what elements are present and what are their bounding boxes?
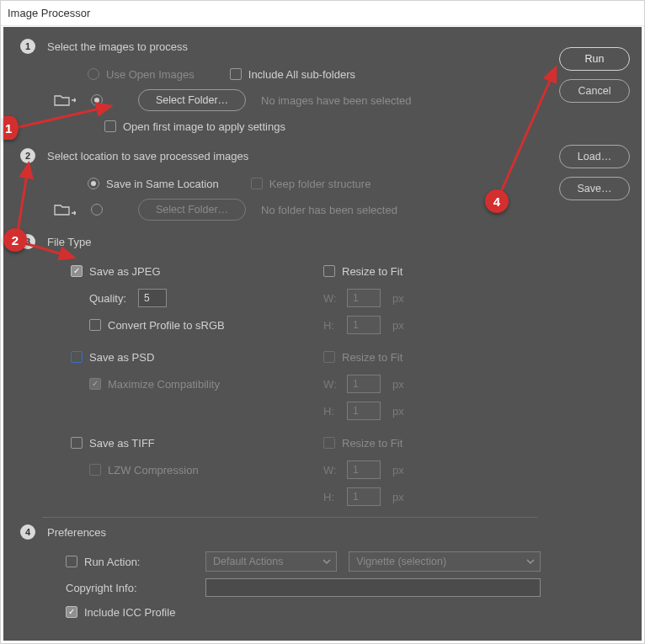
section-title-4: Preferences: [47, 526, 106, 539]
px-unit: px: [392, 405, 404, 418]
image-processor-dialog: Image Processor 1 Select the images to p…: [0, 0, 645, 644]
px-unit: px: [392, 292, 404, 305]
checkbox-icon: [66, 556, 77, 567]
include-icc-label: Include ICC Profile: [84, 606, 175, 619]
keep-folder-structure-checkbox: Keep folder structure: [251, 178, 371, 190]
cancel-button[interactable]: Cancel: [559, 79, 630, 103]
run-action-checkbox[interactable]: Run Action:: [66, 556, 194, 568]
use-open-images-radio: Use Open Images: [88, 68, 195, 81]
section-file-type: 3 File Type Save as JPEG Quality:: [3, 231, 549, 517]
convert-srgb-checkbox[interactable]: Convert Profile to sRGB: [89, 319, 225, 332]
load-button[interactable]: Load…: [559, 145, 630, 168]
folder-arrow-icon: [54, 93, 76, 108]
lzw-compression-checkbox: LZW Compression: [89, 464, 199, 476]
px-unit: px: [392, 464, 404, 476]
radio-icon: [88, 68, 99, 80]
chevron-down-icon: [526, 558, 535, 565]
checkbox-icon: [71, 351, 83, 363]
checkbox-icon: [230, 68, 242, 80]
jpeg-width-input: [347, 289, 381, 307]
psd-width-input: [347, 375, 381, 393]
select-folder-source-radio[interactable]: [91, 94, 103, 106]
checkbox-icon: [104, 120, 116, 132]
section-save-location: 2 Select location to save processed imag…: [3, 145, 549, 231]
checkbox-icon: [323, 437, 335, 449]
w-label: W:: [323, 464, 340, 476]
section-title-2: Select location to save processed images: [47, 150, 248, 162]
chevron-down-icon: [322, 558, 331, 565]
lzw-compression-label: LZW Compression: [108, 464, 199, 476]
title-bar: Image Processor: [1, 1, 644, 26]
include-icc-checkbox[interactable]: Include ICC Profile: [66, 606, 175, 619]
save-as-jpeg-checkbox[interactable]: Save as JPEG: [71, 265, 161, 278]
copyright-input[interactable]: [205, 578, 541, 597]
action-set-select: Default Actions: [205, 551, 337, 572]
dialog-body: 1 Select the images to process Use Open …: [3, 27, 642, 641]
maximize-compat-checkbox: Maximize Compatibility: [89, 378, 220, 391]
jpeg-resize-label: Resize to Fit: [342, 265, 402, 278]
main-panel: 1 Select the images to process Use Open …: [3, 27, 549, 641]
checkbox-icon: [89, 378, 101, 390]
select-dest-folder-radio[interactable]: [91, 204, 103, 216]
action-select: Vignette (selection): [349, 551, 541, 572]
step-badge-2: 2: [20, 148, 35, 163]
select-source-folder-button[interactable]: Select Folder…: [138, 89, 246, 111]
radio-icon: [91, 204, 103, 216]
convert-srgb-label: Convert Profile to sRGB: [108, 319, 225, 332]
save-as-psd-checkbox[interactable]: Save as PSD: [71, 351, 154, 364]
psd-resize-checkbox: Resize to Fit: [323, 351, 402, 364]
save-same-location-radio[interactable]: Save in Same Location: [88, 178, 219, 190]
step-badge-3: 3: [20, 234, 35, 249]
tiff-width-input: [347, 460, 381, 479]
step-badge-4: 4: [20, 524, 35, 540]
h-label: H:: [323, 319, 340, 332]
w-label: W:: [323, 292, 340, 305]
side-panel: Run Cancel Load… Save…: [549, 27, 642, 200]
save-as-tiff-label: Save as TIFF: [89, 437, 155, 450]
px-unit: px: [392, 378, 404, 391]
radio-icon: [91, 94, 103, 106]
run-action-label: Run Action:: [84, 556, 194, 568]
section-preferences: 4 Preferences Run Action: Default Action…: [3, 518, 549, 631]
checkbox-icon: [71, 437, 83, 449]
no-folder-status: No folder has been selected: [261, 204, 397, 216]
save-button[interactable]: Save…: [559, 177, 630, 200]
checkbox-icon: [89, 319, 101, 331]
save-same-location-label: Save in Same Location: [106, 178, 219, 190]
tiff-resize-label: Resize to Fit: [342, 437, 402, 450]
px-unit: px: [392, 491, 404, 503]
copyright-label: Copyright Info:: [66, 582, 194, 594]
save-as-jpeg-label: Save as JPEG: [89, 265, 161, 278]
jpeg-resize-checkbox[interactable]: Resize to Fit: [323, 265, 402, 278]
h-label: H:: [323, 491, 340, 503]
window-title: Image Processor: [8, 7, 90, 19]
section-title-3: File Type: [47, 236, 92, 248]
open-first-image-label: Open first image to apply settings: [123, 120, 285, 133]
include-subfolders-checkbox[interactable]: Include All sub-folders: [230, 68, 355, 81]
step-badge-1: 1: [20, 39, 35, 54]
tiff-height-input: [347, 487, 381, 506]
include-subfolders-label: Include All sub-folders: [248, 68, 355, 81]
checkbox-icon: [251, 178, 263, 189]
tiff-resize-checkbox: Resize to Fit: [323, 437, 402, 450]
quality-input[interactable]: [138, 289, 167, 307]
save-as-psd-label: Save as PSD: [89, 351, 154, 364]
quality-label: Quality:: [89, 292, 126, 305]
use-open-images-label: Use Open Images: [106, 68, 195, 81]
checkbox-icon: [323, 265, 335, 277]
section-select-images: 1 Select the images to process Use Open …: [3, 27, 549, 145]
select-dest-folder-button: Select Folder…: [138, 199, 246, 221]
folder-save-icon: [54, 202, 76, 217]
save-as-tiff-checkbox[interactable]: Save as TIFF: [71, 437, 155, 450]
checkbox-icon: [323, 351, 335, 363]
checkbox-icon: [66, 606, 77, 618]
no-images-status: No images have been selected: [261, 94, 412, 107]
section-title-1: Select the images to process: [47, 40, 188, 53]
h-label: H:: [323, 405, 340, 418]
w-label: W:: [323, 378, 340, 391]
open-first-image-checkbox[interactable]: Open first image to apply settings: [104, 120, 285, 133]
jpeg-height-input: [347, 316, 381, 334]
psd-resize-label: Resize to Fit: [342, 351, 402, 364]
maximize-compat-label: Maximize Compatibility: [108, 378, 220, 391]
run-button[interactable]: Run: [559, 47, 630, 71]
